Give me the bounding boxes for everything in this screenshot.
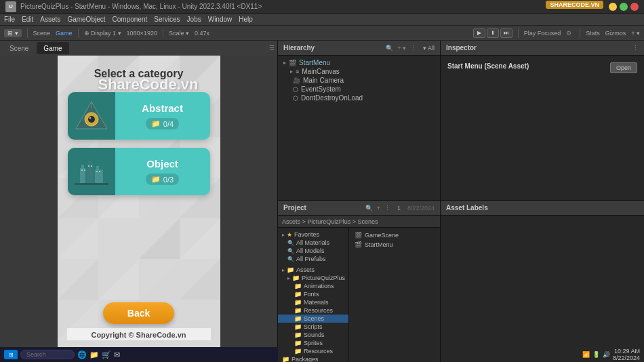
resources2-folder[interactable]: 📁 Resources (278, 347, 348, 355)
tab-extra-label: ☰ (269, 45, 275, 52)
hierarchy-filter[interactable]: ▾ All (423, 45, 435, 52)
inspector-panel: Inspector ⋮ Open Start Menu (Scene Asset… (441, 41, 644, 200)
project-header: Project 🔍 + ⋮ 1 8/22/2024 (278, 201, 440, 216)
inspector-body: Open Start Menu (Scene Asset) (441, 56, 644, 200)
favorite-all-models[interactable]: 🔍 All Models (278, 247, 348, 255)
maximize-button[interactable] (620, 3, 628, 11)
menu-component[interactable]: Component (113, 16, 148, 23)
taskbar-icon-mail[interactable]: ✉ (114, 350, 120, 359)
menu-file[interactable]: File (4, 16, 15, 23)
folder-icon: 📁 (151, 119, 161, 128)
folder-icon-2: 📁 (151, 175, 161, 184)
favorite-all-materials[interactable]: 🔍 All Materials (278, 239, 348, 247)
taskbar-wifi-icon: 📶 (582, 351, 590, 358)
assets-root[interactable]: ▸ 📁 Assets (278, 266, 348, 274)
packages-folder[interactable]: 📁 Packages (278, 355, 348, 362)
toolbar-sep-3 (163, 28, 163, 38)
step-button[interactable]: ⏭ (500, 28, 512, 38)
svg-point-31 (89, 117, 91, 119)
startmenu-file[interactable]: 🎬 StartMenu (352, 240, 437, 249)
picturequizplus-folder[interactable]: ▸ 📁 PictureQuizPlus (278, 274, 348, 282)
taskbar-search-input[interactable] (20, 350, 75, 359)
view-tab-bar: Scene Game ☰ (0, 41, 277, 56)
close-button[interactable] (630, 3, 639, 11)
hierarchy-more-btn[interactable]: ⋮ (410, 45, 416, 52)
hierarchy-panel: Hierarchy 🔍 + ▾ ⋮ ▾ All ▸ 🎬 StartMenu ▸ … (278, 41, 441, 200)
tab-scene[interactable]: Scene (3, 42, 35, 54)
hierarchy-item-startmenu[interactable]: ▸ 🎬 StartMenu (281, 58, 437, 67)
hierarchy-item-eventsystem[interactable]: ⬡ EventSystem (281, 85, 437, 94)
project-search-btn[interactable]: 🔍 (365, 205, 373, 212)
start-button[interactable]: ⊞ (4, 350, 18, 359)
hierarchy-search-btn[interactable]: 🔍 (386, 45, 393, 52)
object-card-info: Object 📁 0/3 (115, 158, 210, 185)
asset-labels-body (441, 216, 644, 362)
copyright-footer: Copyright © ShareCode.vn (67, 328, 211, 340)
taskbar-icon-file[interactable]: 📁 (89, 350, 99, 359)
game-tab-label[interactable]: Game (56, 30, 73, 37)
hierarchy-add-btn[interactable]: + ▾ (397, 45, 406, 52)
scale-label: Scale ▾ (169, 30, 189, 37)
gizmos-label[interactable]: Gizmos (605, 30, 626, 37)
select-category-title: Select a category (94, 68, 184, 80)
tab-game[interactable]: Game (37, 42, 68, 54)
pause-button[interactable]: ⏸ (487, 28, 499, 38)
project-add-btn[interactable]: + (377, 205, 380, 212)
scripts-folder[interactable]: 📁 Scripts (278, 323, 348, 331)
object-card-title: Object (146, 158, 178, 169)
hierarchy-item-dontdestroy[interactable]: ⬡ DontDestroyOnLoad (281, 94, 437, 102)
gamescene-file[interactable]: 🎬 GameScene (352, 230, 437, 240)
taskbar-icon-store[interactable]: 🛒 (102, 350, 111, 359)
resources-folder[interactable]: 📁 Resources (278, 306, 348, 315)
minimize-button[interactable] (609, 3, 617, 11)
category-card-object[interactable]: Object 📁 0/3 (68, 148, 210, 195)
menu-assets[interactable]: Assets (40, 16, 60, 23)
window-controls[interactable] (609, 3, 639, 11)
taskbar-icon-edge[interactable]: 🌐 (77, 350, 87, 359)
stats-label[interactable]: Stats (586, 30, 600, 37)
menu-jobs[interactable]: Jobs (187, 16, 201, 23)
settings-icon[interactable]: ⚙ (566, 30, 571, 37)
scenes-folder[interactable]: 📁 Scenes (278, 315, 348, 323)
play-button[interactable]: ▶ (473, 28, 485, 38)
toolbar-view-btn[interactable]: ⊞ ▾ (4, 29, 22, 37)
sprites-folder[interactable]: 📁 Sprites (278, 339, 348, 347)
materials-folder[interactable]: 📁 Materials (278, 298, 348, 306)
inspector-content: Open Start Menu (Scene Asset) (443, 58, 641, 77)
menu-gameobject[interactable]: GameObject (67, 16, 105, 23)
toolbar: ⊞ ▾ Scene Game ⊕ Display 1 ▾ 1080×1920 S… (0, 26, 644, 41)
back-button[interactable]: Back (103, 302, 174, 324)
hierarchy-title: Hierarchy (283, 44, 315, 52)
main-layout: Scene Game ☰ (0, 41, 644, 347)
project-item-count: 1 (397, 205, 401, 212)
asset-labels-header: Asset Labels (441, 201, 644, 216)
inspector-header: Inspector ⋮ (441, 41, 644, 56)
project-more-btn[interactable]: ⋮ (384, 205, 390, 212)
svg-rect-45 (75, 183, 108, 185)
svg-rect-41 (88, 165, 89, 167)
menu-edit[interactable]: Edit (22, 16, 33, 23)
menu-window[interactable]: Window (208, 16, 233, 23)
inspector-title: Inspector (446, 44, 477, 52)
sounds-folder[interactable]: 📁 Sounds (278, 331, 348, 339)
svg-rect-34 (81, 165, 84, 169)
fonts-folder[interactable]: 📁 Fonts (278, 290, 348, 298)
svg-rect-38 (96, 166, 99, 170)
abstract-card-info: Abstract 📁 0/4 (115, 102, 210, 129)
play-controls: ▶ ⏸ ⏭ (473, 28, 512, 38)
add-gizmos-btn[interactable]: + ▾ (631, 30, 640, 37)
svg-rect-42 (91, 165, 92, 167)
menu-services[interactable]: Services (154, 16, 180, 23)
project-title: Project (283, 204, 306, 212)
animations-folder[interactable]: 📁 Animations (278, 282, 348, 290)
menu-help[interactable]: Help (239, 16, 253, 23)
unity-logo-icon: U (5, 1, 16, 12)
inspector-more-btn[interactable]: ⋮ (632, 45, 639, 52)
hierarchy-item-maincanvas[interactable]: ▸ ≡ MainCanvas (281, 67, 437, 76)
favorite-all-prefabs[interactable]: 🔍 All Prefabs (278, 255, 348, 263)
abstract-card-icon (68, 92, 115, 140)
inspector-open-button[interactable]: Open (610, 62, 637, 73)
category-card-abstract[interactable]: Abstract 📁 0/4 (68, 92, 210, 140)
taskbar-system-icons: 📶 🔋 🔊 10:29 AM 8/22/2024 (582, 348, 640, 361)
hierarchy-item-maincamera[interactable]: 🎥 Main Camera (281, 76, 437, 85)
